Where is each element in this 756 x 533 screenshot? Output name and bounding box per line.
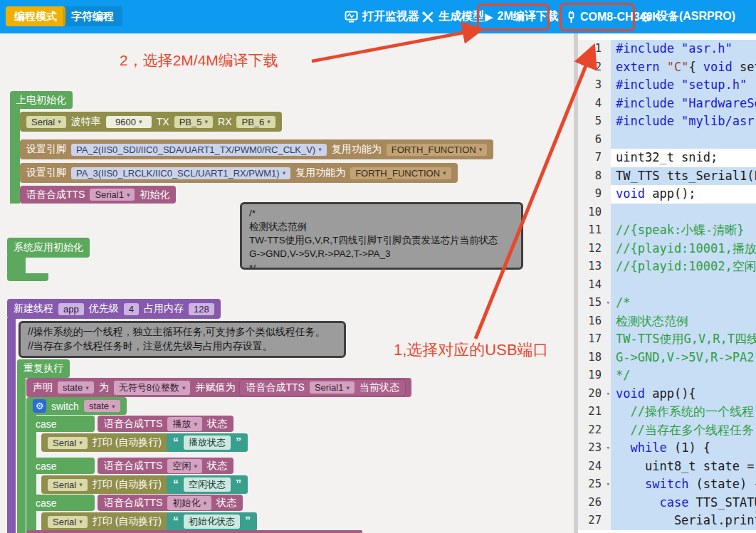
block-serial-print[interactable]: Serial▾ 打印 (自动换行) “ 空闲状态 ” — [41, 475, 248, 494]
code-line[interactable]: 18G->GND,V->5V,R->PA2,T->PA_3 — [578, 349, 756, 367]
block-serial-init[interactable]: Serial▾ 波特率 9600▾ TX PB_5▾ RX PB_6▾ — [20, 112, 282, 132]
block-set-pin-1[interactable]: 设置引脚 PA_2(IIS0_SDI/IIC0_SDA/UART1_TX/PWM… — [20, 139, 493, 159]
status-suffix: 状态 — [207, 418, 227, 431]
block-serial-print[interactable]: Serial▾ 打印 (自动换行) “ 初始化状态 ” — [41, 512, 257, 531]
serial-dropdown[interactable]: Serial▾ — [48, 437, 88, 449]
block-declare-state[interactable]: 声明 state▾ 为 无符号8位整数▾ 并赋值为 语音合成TTS Serial… — [26, 378, 411, 397]
status-dropdown[interactable]: 初始化▾ — [167, 496, 211, 510]
fold-marker-icon[interactable]: ▾ — [607, 294, 610, 312]
string-field[interactable]: 播放状态 — [184, 436, 231, 450]
tts-port-dropdown[interactable]: Serial1▾ — [310, 381, 355, 394]
memory-field[interactable]: 128 — [189, 303, 214, 315]
serial-dropdown[interactable]: Serial▾ — [48, 516, 88, 528]
block-string-literal[interactable]: “ 初始化状态 ” — [167, 512, 257, 531]
chevron-down-icon: ▾ — [443, 169, 446, 176]
baud-dropdown[interactable]: 9600▾ — [106, 116, 152, 128]
block-sys-init[interactable]: 系统应用初始化 — [7, 238, 90, 258]
priority-field[interactable]: 4 — [124, 303, 139, 315]
code-line[interactable]: 5#include "mylib/asr.h" — [578, 112, 756, 131]
code-line[interactable]: 7uint32_t snid; — [578, 149, 756, 167]
code-line[interactable]: 4#include "HardwareSerial.h" — [578, 95, 756, 113]
comment-block-thread[interactable]: //操作系统的一个线程，独立主循环任务,可支持多个类似线程任务。//当存在多个线… — [19, 321, 346, 358]
code-panel[interactable]: 1#include "asr.h"2extern "C"{ void setup… — [578, 33, 756, 533]
status-dropdown[interactable]: 空闲▾ — [167, 459, 202, 473]
fold-marker-icon[interactable]: ▾ — [607, 475, 610, 494]
block-case-play[interactable]: case 语音合成TTS 播放▾ 状态 — [26, 416, 233, 432]
block-case-idle[interactable]: case 语音合成TTS 空闲▾ 状态 — [26, 458, 233, 474]
loop-spine — [17, 376, 26, 533]
type-dropdown[interactable]: 无符号8位整数▾ — [114, 381, 191, 395]
block-case-clipped[interactable] — [26, 530, 362, 533]
fold-marker-icon[interactable]: ▾ — [607, 439, 610, 458]
var-dropdown[interactable]: state▾ — [58, 381, 94, 394]
code-line[interactable]: 13//{playid:10002,空闲} — [578, 258, 756, 276]
block-case-init[interactable]: case 语音合成TTS 初始化▾ 状态 — [26, 495, 243, 511]
block-set-pin-2[interactable]: 设置引脚 PA_3(IIS0_LRCLK/IIC0_SCL/UART1_RX/P… — [20, 163, 458, 183]
status-dropdown[interactable]: 播放▾ — [167, 417, 202, 431]
code-line[interactable]: 12//{playid:10001,播放} — [578, 240, 756, 258]
code-line[interactable]: 1#include "asr.h" — [578, 40, 756, 58]
code-line[interactable]: 21 //操作系统的一个线程 — [578, 403, 756, 421]
mode-button[interactable]: 编程模式 — [6, 6, 65, 26]
line-number: 1 — [578, 40, 611, 58]
open-monitor-button[interactable]: 打开监视器 — [345, 0, 419, 33]
code-text: #include "HardwareSerial.h" — [611, 95, 756, 113]
serial-dropdown[interactable]: Serial▾ — [48, 479, 88, 491]
code-line[interactable]: 9void app(); — [578, 185, 756, 204]
device-button[interactable]: ⚙ 设备(ASRPRO) — [639, 0, 735, 33]
code-line[interactable]: 23▾ while (1) { — [578, 439, 756, 458]
tx-pin-dropdown[interactable]: PB_5▾ — [174, 116, 213, 128]
pin-dropdown[interactable]: PA_3(IIS0_LRCLK/IIC0_SCL/UART1_RX/PWM1)▾ — [71, 167, 290, 179]
char-mode-button[interactable]: 字符编程 — [63, 6, 122, 26]
string-field[interactable]: 初始化状态 — [184, 514, 240, 529]
function-dropdown[interactable]: FORTH_FUNCTION▾ — [350, 167, 451, 179]
code-line[interactable]: 14 — [578, 276, 756, 295]
code-line[interactable]: 25▾ switch (state) { — [578, 475, 756, 494]
code-line[interactable]: 3#include "setup.h" — [578, 76, 756, 95]
code-line[interactable]: 11//{speak:小蝶-清晰} — [578, 221, 756, 240]
code-line[interactable]: 6 — [578, 131, 756, 149]
block-tts-status-value[interactable]: 语音合成TTS 初始化▾ 状态 — [98, 495, 243, 511]
case-label: case — [36, 418, 57, 430]
block-tts-init[interactable]: 语音合成TTS Serial1▾ 初始化 — [20, 186, 176, 204]
dropdown-value: PB_5 — [179, 117, 202, 127]
code-line[interactable]: 24 uint8_t state = tts — [578, 458, 756, 476]
string-field[interactable]: 空闲状态 — [184, 477, 231, 492]
sys-init-spine — [7, 256, 26, 275]
code-line[interactable]: 10 — [578, 204, 756, 222]
fold-marker-icon[interactable]: ▾ — [607, 385, 610, 403]
block-serial-print[interactable]: Serial▾ 打印 (自动换行) “ 播放状态 ” — [41, 433, 248, 452]
tts-port-dropdown[interactable]: Serial1▾ — [90, 189, 135, 201]
code-line[interactable]: 26 case TTS_STATUS: — [578, 494, 756, 512]
code-line[interactable]: 22 //当存在多个线程任务 — [578, 421, 756, 440]
block-string-literal[interactable]: “ 播放状态 ” — [167, 433, 248, 452]
code-line[interactable]: 15▾/* — [578, 294, 756, 312]
block-switch[interactable]: ⚙ switch state▾ — [26, 397, 127, 415]
serial-port-dropdown[interactable]: Serial▾ — [26, 116, 66, 128]
block-tts-current-state[interactable]: 语音合成TTS Serial1▾ 当前状态 — [240, 380, 404, 396]
switch-var-dropdown[interactable]: state▾ — [84, 400, 120, 412]
code-text: /* — [611, 294, 756, 312]
thread-name-field[interactable]: app — [58, 303, 84, 315]
function-dropdown[interactable]: FORTH_FUNCTION▾ — [387, 144, 487, 156]
mutator-gear-icon[interactable]: ⚙ — [33, 399, 46, 413]
code-line[interactable]: 19*/ — [578, 366, 756, 385]
code-line[interactable]: 20▾void app(){ — [578, 385, 756, 403]
line-number: 18 — [578, 349, 611, 367]
line-number: 2 — [578, 58, 611, 77]
pin-dropdown[interactable]: PA_2(IIS0_SDI/IIC0_SDA/UART1_TX/PWM0/RC_… — [71, 144, 327, 156]
block-tts-status-value[interactable]: 语音合成TTS 播放▾ 状态 — [98, 416, 233, 432]
code-line[interactable]: 16检测状态范例 — [578, 312, 756, 331]
code-line[interactable]: 27 Serial.print( — [578, 512, 756, 530]
generate-model-button[interactable]: 生成模型 — [421, 0, 484, 33]
block-tts-status-value[interactable]: 语音合成TTS 空闲▾ 状态 — [98, 458, 233, 474]
rx-pin-dropdown[interactable]: PB_6▾ — [236, 116, 275, 128]
block-new-thread[interactable]: 新建线程 app 优先级 4 占用内存 128 — [7, 299, 221, 319]
block-string-literal[interactable]: “ 空闲状态 ” — [167, 475, 248, 494]
code-line[interactable]: 2extern "C"{ void setup(); } — [578, 58, 756, 77]
code-line[interactable]: 8TW_TTS tts_Serial1(PA_3,PA_2); — [578, 167, 756, 186]
ide-window: 编程模式 字符编程 打开监视器 生成模型 — [0, 0, 756, 533]
code-line[interactable]: 17TW-TTS使用G,V,R,T四线引脚 — [578, 330, 756, 349]
block-repeat-loop[interactable]: 重复执行 — [17, 359, 70, 378]
comment-block-status[interactable]: /*检测状态范例TW-TTS使用G,V,R,T四线引脚T引脚负责发送芯片当前状态… — [240, 202, 523, 270]
